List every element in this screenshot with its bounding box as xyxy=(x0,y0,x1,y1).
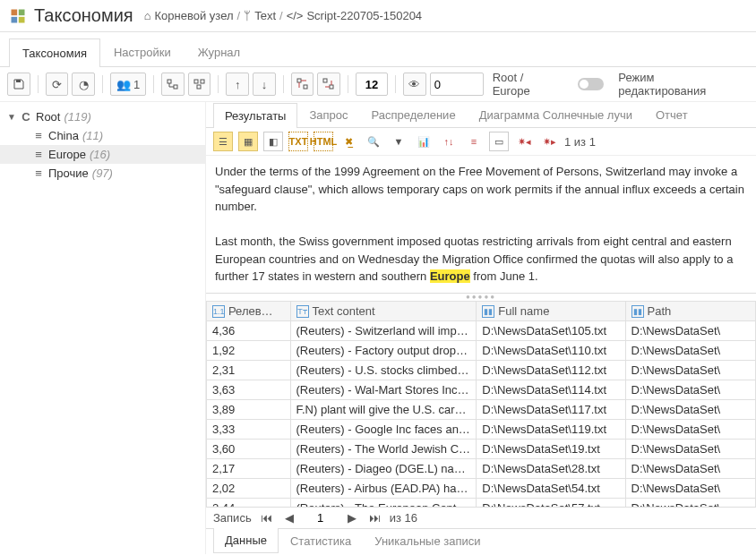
tree-count: (97) xyxy=(92,166,113,180)
breadcrumb-sep: / xyxy=(237,9,241,22)
view-list-icon[interactable]: ☰ xyxy=(213,132,233,151)
bottom-tab-data[interactable]: Данные xyxy=(213,528,279,553)
svg-rect-3 xyxy=(19,16,25,22)
subtab-query[interactable]: Запрос xyxy=(297,102,359,127)
subtab-report[interactable]: Отчет xyxy=(644,102,700,127)
toolbar-sep xyxy=(395,75,396,93)
svg-rect-5 xyxy=(168,80,171,83)
binoculars-icon[interactable]: 🔍 xyxy=(364,132,383,151)
view-grid-icon[interactable]: ▦ xyxy=(238,132,258,151)
table-cell: D:\NewsDataSet\19.txt xyxy=(477,440,625,459)
resize-handle[interactable]: ●●●●● xyxy=(206,294,756,301)
table-cell: D:\NewsDataSet\ xyxy=(625,459,755,479)
hierarchy-out-button[interactable] xyxy=(291,73,314,96)
filter-icon[interactable]: ▼ xyxy=(389,132,408,151)
save-button[interactable] xyxy=(7,73,30,96)
toolbar-sep xyxy=(102,75,103,93)
edit-mode-switch[interactable] xyxy=(578,78,605,90)
tree-node-europe[interactable]: ≡ Europe (16) xyxy=(0,145,205,164)
refresh-button[interactable]: ⟳ xyxy=(46,73,69,96)
table-cell: (Reuters) - Factory output dropped xyxy=(290,341,477,361)
highlight-term: Europe xyxy=(430,269,470,283)
table-row[interactable]: 2,31(Reuters) - U.S. stocks climbed on W… xyxy=(207,361,756,380)
arrow-up-button[interactable]: ↑ xyxy=(226,73,249,96)
breadcrumb-item[interactable]: Text xyxy=(254,9,276,22)
table-row[interactable]: 2,44(Reuters) - The European Central BD:… xyxy=(207,499,756,508)
tab-settings[interactable]: Настройки xyxy=(100,38,185,66)
tab-taxonomy[interactable]: Таксономия xyxy=(9,38,100,67)
main-pane: Результаты Запрос Распределение Диаграмм… xyxy=(206,102,756,554)
tree-node-other[interactable]: ≡ Прочие (97) xyxy=(0,164,205,183)
subtabs: Результаты Запрос Распределение Диаграмм… xyxy=(206,102,756,128)
table-row[interactable]: 3,63(Reuters) - Wal-Mart Stores Inc (WMD… xyxy=(207,380,756,400)
subtab-results[interactable]: Результаты xyxy=(213,103,297,128)
column-header-fullname[interactable]: ▮▮Full name xyxy=(477,301,625,321)
toolbar-sep xyxy=(38,75,39,93)
format-html-icon[interactable]: HTML xyxy=(314,132,333,151)
pager-total: из 16 xyxy=(390,511,417,525)
table-row[interactable]: 3,60(Reuters) - The World Jewish CongrD:… xyxy=(207,440,756,459)
bottom-tab-unique[interactable]: Уникальные записи xyxy=(363,529,492,554)
tree-pane: ▼ C Root (119) ≡ China (11) ≡ Europe (16… xyxy=(0,102,206,554)
burst-prev-icon[interactable]: ✷◂ xyxy=(514,132,534,151)
table-row[interactable]: 3,89F.N) plant will give the U.S. carmak… xyxy=(207,400,756,420)
burst-next-icon[interactable]: ✷▸ xyxy=(539,132,559,151)
tree-collapse-button[interactable] xyxy=(188,73,211,96)
table-row[interactable]: 1,92(Reuters) - Factory output droppedD:… xyxy=(207,341,756,361)
tree-node-root[interactable]: ▼ C Root (119) xyxy=(0,107,205,126)
home-icon[interactable]: ⌂ xyxy=(144,9,151,22)
excerpt-paragraph: Last month, the Swiss government imposed… xyxy=(215,233,747,286)
swap-icon[interactable]: ✖̲ xyxy=(339,132,358,151)
table-cell: 2,17 xyxy=(207,459,291,479)
subtab-sunburst[interactable]: Диаграмма Солнечные лучи xyxy=(468,102,644,127)
export-icon[interactable]: ▭ xyxy=(489,132,509,151)
pager-first-button[interactable]: ⏮ xyxy=(257,511,276,525)
clock-button[interactable]: ◔ xyxy=(72,73,95,96)
hierarchy-in-button[interactable] xyxy=(317,73,340,96)
sort-icon[interactable]: ↑↓ xyxy=(439,132,459,151)
main-tabs: Таксономия Настройки Журнал xyxy=(0,38,756,67)
breadcrumb-item[interactable]: Script-220705-150204 xyxy=(306,9,422,22)
table-cell: D:\NewsDataSet\114.txt xyxy=(477,380,625,400)
bottom-tab-stats[interactable]: Статистика xyxy=(279,529,363,554)
pager-next-button[interactable]: ▶ xyxy=(344,511,360,525)
app-icon xyxy=(9,7,27,25)
eye-button[interactable]: 👁 xyxy=(403,73,426,96)
pager-current-input[interactable] xyxy=(303,511,339,525)
pager-prev-button[interactable]: ◀ xyxy=(281,511,297,525)
page-title: Таксономия xyxy=(34,5,133,26)
tree-node-china[interactable]: ≡ China (11) xyxy=(0,126,205,145)
table-cell: (Reuters) - Wal-Mart Stores Inc (WM xyxy=(290,380,477,400)
column-header-path[interactable]: ▮▮Path xyxy=(625,301,755,321)
table-row[interactable]: 2,02(Reuters) - Airbus (EAD.PA) has staD… xyxy=(207,479,756,499)
level-input[interactable] xyxy=(356,73,388,96)
tree-expand-button[interactable] xyxy=(161,73,185,96)
svg-rect-11 xyxy=(304,85,307,89)
breadcrumb-path-label: Root / Europe xyxy=(493,71,563,98)
page-spinner[interactable] xyxy=(430,73,484,96)
table-cell: D:\NewsDataSet\54.txt xyxy=(477,479,625,499)
breadcrumb-item[interactable]: Корневой узел xyxy=(155,9,234,22)
pager-last-button[interactable]: ⏭ xyxy=(365,511,384,525)
code-icon: </> xyxy=(287,9,304,22)
collapse-icon[interactable]: ▼ xyxy=(7,112,16,122)
table-row[interactable]: 4,36(Reuters) - Switzerland will imposeD… xyxy=(207,321,756,341)
svg-rect-6 xyxy=(174,85,177,89)
table-cell: D:\NewsDataSet\ xyxy=(625,321,755,341)
column-header-relevance[interactable]: 1.1Релев… xyxy=(207,301,291,321)
chart-icon[interactable]: 📊 xyxy=(414,132,434,151)
svg-rect-9 xyxy=(197,85,201,89)
view-split-icon[interactable]: ◧ xyxy=(263,132,283,151)
table-cell: 3,60 xyxy=(207,440,291,459)
table-cell: (Reuters) - Diageo (DGE.L) named I xyxy=(290,459,477,479)
table-row[interactable]: 2,17(Reuters) - Diageo (DGE.L) named ID:… xyxy=(207,459,756,479)
subtab-distribution[interactable]: Распределение xyxy=(360,102,468,127)
table-row[interactable]: 3,33(Reuters) - Google Inc faces anotheD… xyxy=(207,420,756,440)
toolbar: ⟳ ◔ 👥1 ↑ ↓ 👁 Root / Europe Режим редакти… xyxy=(0,67,756,102)
list-icon[interactable]: ≡ xyxy=(464,132,484,151)
tab-journal[interactable]: Журнал xyxy=(185,38,253,66)
format-txt-icon[interactable]: TXT xyxy=(288,132,308,151)
column-header-text[interactable]: TᴛText content xyxy=(290,301,477,321)
arrow-down-button[interactable]: ↓ xyxy=(253,73,276,96)
users-button[interactable]: 👥1 xyxy=(110,73,146,96)
